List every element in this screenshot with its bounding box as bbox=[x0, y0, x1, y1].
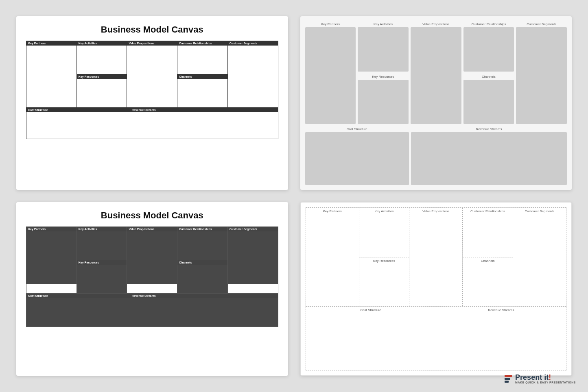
slide-4-cs: Customer Segments bbox=[513, 208, 566, 306]
slide-1-vp-header: Value Propositions bbox=[127, 41, 177, 46]
slide-3-kp-body bbox=[26, 231, 77, 284]
slide-2-kp-body bbox=[305, 27, 356, 124]
slide-1-rev-header: Revenue Streams bbox=[130, 108, 278, 112]
slide-3-cost-col: Cost Structure bbox=[26, 294, 130, 327]
slide-1-kp-header: Key Partners bbox=[26, 41, 77, 46]
slide-1-ka-col: Key Activities Key Resources bbox=[77, 41, 127, 107]
slide-1-cr-body bbox=[177, 46, 227, 74]
slide-4-cs-label: Customer Segments bbox=[515, 209, 564, 213]
slide-2-cost-label: Cost Structure bbox=[305, 126, 409, 132]
slide-4-top: Key Partners Key Activities Key Resource… bbox=[306, 207, 567, 307]
slide-3-cs-body bbox=[228, 231, 278, 284]
slide-1-top-row: Key Partners Key Activities Key Resource… bbox=[26, 41, 278, 108]
slide-4-kr-label: Key Resources bbox=[361, 259, 407, 263]
slide-2-cr-col: Customer Relationships Channels bbox=[463, 21, 514, 124]
slide-3-cost-header: Cost Structure bbox=[26, 294, 130, 298]
slide-3-cr-header: Customer Relationships bbox=[177, 227, 227, 231]
logo-exclaim: ! bbox=[549, 373, 551, 381]
slide-2-cr: Customer Relationships bbox=[463, 21, 514, 72]
slide-1-ch-bottom: Channels bbox=[177, 74, 227, 107]
slide-2-kr-label: Key Resources bbox=[358, 74, 409, 80]
slide-4-ka: Key Activities bbox=[359, 208, 409, 257]
slide-4-kr: Key Resources bbox=[359, 257, 409, 307]
slide-4-cost-label: Cost Structure bbox=[308, 308, 434, 312]
slide-3-rev-col: Revenue Streams bbox=[130, 294, 278, 327]
slide-3-ch-header: Channels bbox=[177, 260, 227, 265]
slide-4-container: Key Partners Key Activities Key Resource… bbox=[306, 207, 567, 370]
slide-4-ch: Channels bbox=[463, 257, 512, 307]
slide-1-rev-col: Revenue Streams bbox=[130, 108, 278, 139]
slide-3-kr-body bbox=[77, 265, 127, 293]
slide-4-ch-label: Channels bbox=[464, 259, 511, 263]
slide-3-bmc: Key Partners Key Activities Key Resource… bbox=[26, 226, 278, 327]
slide-3-ch: Channels bbox=[177, 260, 227, 293]
slide-2-ch-body bbox=[463, 80, 514, 124]
slide-1-kr-body bbox=[77, 79, 127, 107]
slide-3-cr-col: Customer Relationships Channels bbox=[177, 227, 228, 293]
slide-4-kp-label: Key Partners bbox=[308, 209, 357, 213]
slide-2-top: Key Partners Key Activities Key Resource… bbox=[305, 21, 567, 124]
slide-1-cr-header: Customer Relationships bbox=[177, 41, 227, 46]
slide-1-cr-col: Customer Relationships Channels bbox=[177, 41, 228, 107]
slide-3: Business Model Canvas Key Partners Key A… bbox=[16, 202, 288, 376]
slide-4-vp-label: Value Propositions bbox=[411, 209, 461, 213]
slide-3-kp-header: Key Partners bbox=[26, 227, 77, 231]
slide-1: Business Model Canvas Key Partners Key A… bbox=[16, 16, 288, 190]
slide-3-cs-col: Customer Segments bbox=[228, 227, 278, 293]
slide-1-bottom-row: Cost Structure Revenue Streams bbox=[26, 108, 278, 139]
slide-2-rev: Revenue Streams bbox=[411, 126, 567, 185]
slide-1-rev-body bbox=[130, 112, 278, 139]
slide-3-ka-col: Key Activities Key Resources bbox=[77, 227, 127, 293]
main-grid: Business Model Canvas Key Partners Key A… bbox=[0, 0, 588, 392]
slide-1-ka-body bbox=[77, 46, 127, 74]
slide-1-cost-body bbox=[26, 112, 130, 139]
slide-2-cs-label: Customer Segments bbox=[516, 21, 567, 27]
slide-4-cost: Cost Structure bbox=[306, 307, 436, 370]
slide-1-kp-body bbox=[26, 46, 77, 98]
logo-icon bbox=[505, 375, 512, 383]
slide-4-cr-label: Customer Relationships bbox=[464, 209, 511, 213]
slide-2-ka-body bbox=[358, 27, 409, 72]
slide-2: Key Partners Key Activities Key Resource… bbox=[300, 16, 572, 190]
logo-tagline: Make QuICK & eaSY pRESENTATIONS bbox=[515, 381, 576, 384]
slide-2-kp: Key Partners bbox=[305, 21, 356, 124]
slide-4-cr: Customer Relationships bbox=[463, 208, 512, 257]
slide-3-rev-header: Revenue Streams bbox=[130, 294, 278, 298]
slide-3-vp-col: Value Propositions bbox=[127, 227, 177, 293]
slide-1-title: Business Model Canvas bbox=[26, 24, 278, 35]
slide-2-ka: Key Activities bbox=[358, 21, 409, 72]
slide-3-ka-header: Key Activities bbox=[77, 227, 127, 231]
slide-2-bottom: Cost Structure Revenue Streams bbox=[305, 126, 567, 185]
logo-bar-3 bbox=[505, 381, 509, 383]
slide-3-vp-header: Value Propositions bbox=[127, 227, 177, 231]
logo-main-text: Present it! bbox=[515, 374, 576, 381]
slide-1-cost-header: Cost Structure bbox=[26, 108, 130, 112]
slide-1-ka-header: Key Activities bbox=[77, 41, 127, 46]
slide-2-ch: Channels bbox=[463, 74, 514, 124]
slide-1-ch-body bbox=[177, 79, 227, 107]
slide-3-ka-body bbox=[77, 231, 127, 260]
slide-2-cs-body bbox=[516, 27, 567, 124]
slide-3-top-row: Key Partners Key Activities Key Resource… bbox=[26, 227, 278, 294]
slide-3-ka: Key Activities bbox=[77, 227, 127, 260]
slide-2-kp-label: Key Partners bbox=[305, 21, 356, 27]
slide-2-kr-body bbox=[358, 80, 409, 124]
slide-4-ka-col: Key Activities Key Resources bbox=[359, 208, 409, 306]
slide-4-rev-label: Revenue Streams bbox=[438, 308, 564, 312]
slide-1-cr-top: Customer Relationships bbox=[177, 41, 227, 74]
slide-3-kr-header: Key Resources bbox=[77, 260, 127, 265]
slide-2-rev-label: Revenue Streams bbox=[411, 126, 567, 132]
slide-1-cs-body bbox=[228, 46, 278, 98]
slide-4-vp: Value Propositions bbox=[409, 208, 463, 306]
slide-3-bottom-row: Cost Structure Revenue Streams bbox=[26, 294, 278, 327]
logo-bar-2 bbox=[505, 378, 510, 380]
slide-1-ch-header: Channels bbox=[177, 74, 227, 79]
slide-1-vp-body bbox=[127, 46, 177, 98]
logo-bar-1 bbox=[505, 375, 512, 377]
slide-3-cs-header: Customer Segments bbox=[228, 227, 278, 231]
slide-2-vp-label: Value Propositions bbox=[411, 21, 461, 27]
slide-3-vp-body bbox=[127, 231, 177, 284]
slide-2-cr-label: Customer Relationships bbox=[463, 21, 514, 27]
slide-4-kp: Key Partners bbox=[306, 208, 359, 306]
slide-4-ka-label: Key Activities bbox=[361, 209, 407, 213]
